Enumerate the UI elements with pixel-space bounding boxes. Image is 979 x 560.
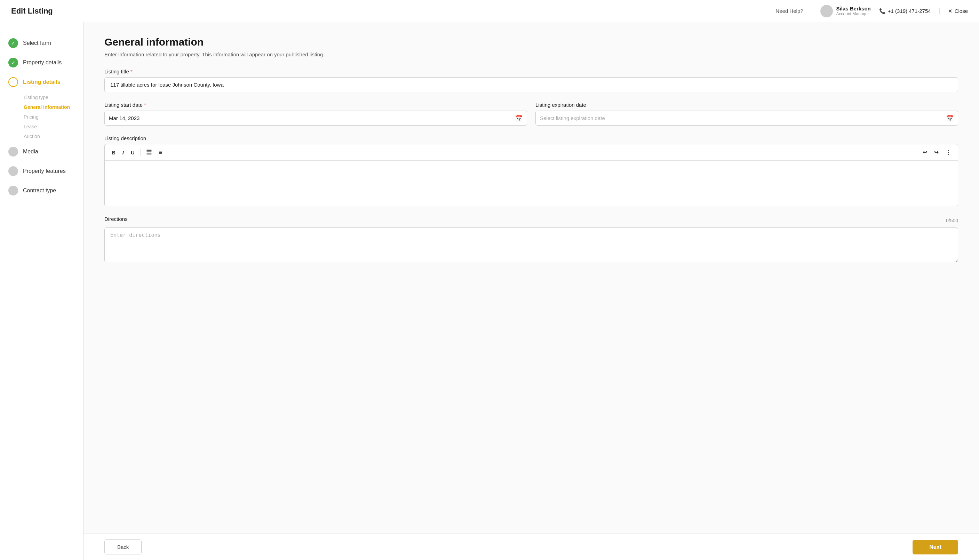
user-details: Silas Berkson Account Manager <box>836 5 871 17</box>
step-circle-listing-details <box>8 77 18 87</box>
sidebar-sub-general-information[interactable]: General information <box>23 102 83 112</box>
directions-textarea[interactable] <box>104 227 958 262</box>
layout: ✓ Select farm ✓ Property details Listing… <box>0 22 979 560</box>
footer: Back Next <box>83 533 979 560</box>
listing-title-input[interactable] <box>104 77 958 92</box>
header-right: Need Help? Silas Berkson Account Manager… <box>776 5 968 17</box>
section-title: General information <box>104 36 958 48</box>
need-help-text: Need Help? <box>776 8 812 14</box>
undo-button[interactable]: ↩ <box>920 148 930 157</box>
editor-toolbar: B I U ☰ ≡ ↩ ↪ ⋮ <box>105 144 958 161</box>
listing-title-field: Listing title * <box>104 68 958 92</box>
ordered-list-button[interactable]: ≡ <box>156 147 165 158</box>
sidebar-label-media: Media <box>23 148 38 155</box>
back-button[interactable]: Back <box>104 540 142 555</box>
directions-label: Directions <box>104 216 128 222</box>
phone-icon: 📞 <box>879 8 886 14</box>
step-circle-select-farm: ✓ <box>8 38 18 48</box>
start-date-calendar-icon[interactable]: 📅 <box>515 115 522 122</box>
bullet-list-button[interactable]: ☰ <box>143 147 155 158</box>
sidebar-sub-items: Listing type General information Pricing… <box>0 92 83 142</box>
sidebar-sub-pricing[interactable]: Pricing <box>23 112 83 122</box>
directions-count: 0/500 <box>946 218 958 223</box>
sidebar-label-property-features: Property features <box>23 168 66 174</box>
close-button[interactable]: ✕ Close <box>948 8 968 14</box>
description-label: Listing description <box>104 135 958 141</box>
step-circle-property-features <box>8 166 18 176</box>
expiration-date-input[interactable] <box>540 111 946 125</box>
sidebar-label-property-details: Property details <box>23 60 62 66</box>
sidebar-item-listing-details[interactable]: Listing details <box>0 72 83 92</box>
description-field: Listing description B I U ☰ ≡ ↩ ↪ ⋮ <box>104 135 958 206</box>
sidebar: ✓ Select farm ✓ Property details Listing… <box>0 22 83 560</box>
listing-expiration-date-field: Listing expiration date 📅 <box>535 102 958 125</box>
expiration-date-calendar-icon[interactable]: 📅 <box>946 115 954 122</box>
step-circle-media <box>8 147 18 157</box>
step-circle-contract-type <box>8 186 18 195</box>
next-button[interactable]: Next <box>912 540 958 555</box>
sidebar-label-listing-details: Listing details <box>23 79 60 85</box>
sidebar-item-contract-type[interactable]: Contract type <box>0 181 83 200</box>
start-date-input[interactable] <box>109 111 515 125</box>
sidebar-sub-lease[interactable]: Lease <box>23 122 83 132</box>
bold-button[interactable]: B <box>109 148 118 157</box>
header: Edit Listing Need Help? Silas Berkson Ac… <box>0 0 979 22</box>
redo-button[interactable]: ↪ <box>931 148 941 157</box>
phone-number: 📞 +1 (319) 471-2754 <box>879 8 940 14</box>
sidebar-label-contract-type: Contract type <box>23 187 56 194</box>
italic-button[interactable]: I <box>120 148 127 157</box>
underline-button[interactable]: U <box>128 148 137 157</box>
user-info: Silas Berkson Account Manager <box>821 5 871 17</box>
sidebar-item-property-features[interactable]: Property features <box>0 162 83 181</box>
check-icon-2: ✓ <box>11 60 15 65</box>
date-row: Listing start date * 📅 Listing expiratio… <box>104 102 958 125</box>
more-button[interactable]: ⋮ <box>943 148 954 157</box>
user-name: Silas Berkson <box>836 5 871 12</box>
required-marker: * <box>130 68 133 75</box>
sidebar-label-select-farm: Select farm <box>23 40 51 46</box>
start-date-label: Listing start date * <box>104 102 527 108</box>
sidebar-item-select-farm[interactable]: ✓ Select farm <box>0 33 83 53</box>
step-circle-property-details: ✓ <box>8 58 18 67</box>
listing-start-date-field: Listing start date * 📅 <box>104 102 527 125</box>
avatar <box>821 5 833 17</box>
toolbar-separator-1 <box>140 149 140 156</box>
sidebar-item-media[interactable]: Media <box>0 142 83 162</box>
user-role: Account Manager <box>836 12 871 17</box>
expiration-date-label: Listing expiration date <box>535 102 958 108</box>
listing-title-label: Listing title * <box>104 68 958 75</box>
description-editor-body[interactable] <box>105 161 958 206</box>
start-date-input-wrap: 📅 <box>104 111 527 125</box>
sidebar-sub-auction[interactable]: Auction <box>23 132 83 141</box>
description-editor: B I U ☰ ≡ ↩ ↪ ⋮ <box>104 144 958 206</box>
section-description: Enter information related to your proper… <box>104 52 958 57</box>
page-title: Edit Listing <box>11 7 53 16</box>
check-icon: ✓ <box>11 40 15 46</box>
directions-field: Directions 0/500 <box>104 216 958 263</box>
expiration-date-input-wrap: 📅 <box>535 111 958 125</box>
sidebar-sub-listing-type[interactable]: Listing type <box>23 93 83 102</box>
close-icon: ✕ <box>948 8 952 14</box>
directions-header: Directions 0/500 <box>104 216 958 225</box>
sidebar-item-property-details[interactable]: ✓ Property details <box>0 53 83 72</box>
start-date-required: * <box>144 102 146 108</box>
main-content: General information Enter information re… <box>83 22 979 560</box>
